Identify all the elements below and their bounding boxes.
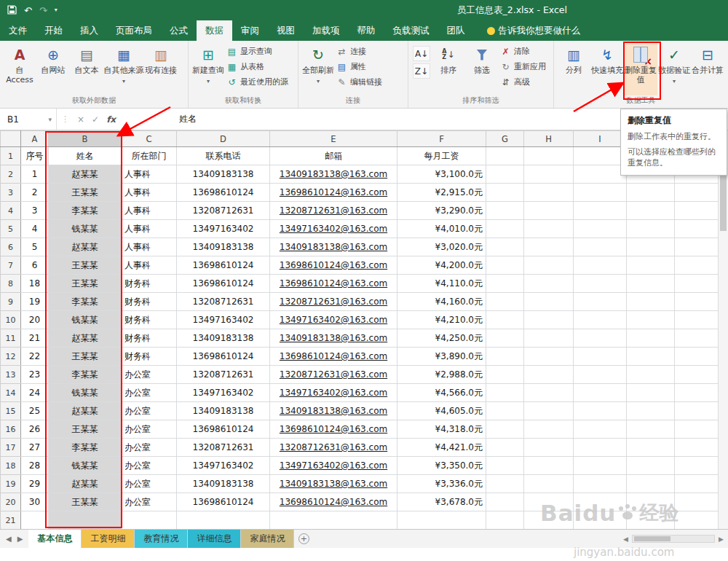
advanced-button[interactable]: ⇵高级 <box>500 76 546 88</box>
row-header-4[interactable]: 4 <box>1 202 21 220</box>
cell-G14[interactable] <box>486 384 524 402</box>
cell-D1[interactable]: 联系电话 <box>177 147 270 165</box>
enter-icon[interactable]: ✓ <box>88 114 103 125</box>
sheet-tab-detail-info[interactable]: 详细信息 <box>188 530 241 548</box>
cell-J11[interactable] <box>627 329 675 348</box>
cell-B19[interactable]: 赵某某 <box>49 475 122 493</box>
new-query-button[interactable]: ⊞新建查询 ▾ <box>191 43 225 95</box>
from-other-sources-button[interactable]: ▦自其他来源 ▾ <box>103 43 144 95</box>
cell-D17[interactable]: 13208712631 <box>177 439 270 457</box>
cell-D7[interactable]: 13698610124 <box>177 256 270 275</box>
cell-F13[interactable]: ¥2,988.0元 <box>397 366 486 384</box>
cell-D14[interactable]: 13497163402 <box>177 384 270 402</box>
cell-E7[interactable]: 13698610124@163.com <box>270 256 397 275</box>
column-header-B[interactable]: B <box>49 131 122 147</box>
row-header-10[interactable]: 10 <box>1 311 21 329</box>
cell-K7[interactable] <box>675 256 719 275</box>
cell-I12[interactable] <box>574 348 627 366</box>
sheet-tab-salary-detail[interactable]: 工资明细 <box>82 530 135 548</box>
cell-H16[interactable] <box>524 420 574 439</box>
cell-J16[interactable] <box>627 420 675 439</box>
from-table-button[interactable]: ▦从表格 <box>226 60 288 73</box>
cell-F7[interactable]: ¥4,200.0元 <box>397 256 486 275</box>
cell-B3[interactable]: 王某某 <box>49 184 122 202</box>
horizontal-scrollbar-thumb[interactable] <box>634 536 670 541</box>
cell-B5[interactable]: 钱某某 <box>49 220 122 238</box>
cell-B17[interactable]: 李某某 <box>49 439 122 457</box>
cell-C20[interactable]: 办公室 <box>122 493 177 511</box>
cell-G15[interactable] <box>486 402 524 420</box>
from-access-button[interactable]: A自 Access <box>3 43 36 95</box>
cell-C5[interactable]: 人事科 <box>122 220 177 238</box>
cell-E20[interactable]: 13698610124@163.com <box>270 493 397 511</box>
cell-B2[interactable]: 赵某某 <box>49 165 122 184</box>
row-header-20[interactable]: 20 <box>1 493 21 511</box>
sheet-nav-next-icon[interactable]: ▶ <box>17 535 23 543</box>
data-validation-button[interactable]: ✓数据验证 ▾ <box>657 43 691 95</box>
cell-E2[interactable]: 13409183138@163.com <box>270 165 397 184</box>
cell-E18[interactable]: 13497163402@163.com <box>270 457 397 475</box>
cell-I11[interactable] <box>574 329 627 348</box>
connections-btn-button[interactable]: ⇄连接 <box>336 45 382 58</box>
cell-G2[interactable] <box>486 165 524 184</box>
ribbon-tab-tell-me[interactable]: 告诉我你想要做什么 <box>478 20 590 41</box>
cell-D4[interactable]: 13208712631 <box>177 202 270 220</box>
ribbon-tab-home[interactable]: 开始 <box>36 20 71 41</box>
cell-J12[interactable] <box>627 348 675 366</box>
cell-B9[interactable]: 李某某 <box>49 293 122 311</box>
customize-toolbar-icon[interactable]: ▾ <box>55 7 58 13</box>
cell-G4[interactable] <box>486 202 524 220</box>
cell-D15[interactable]: 13409183138 <box>177 402 270 420</box>
cell-A14[interactable]: 24 <box>21 384 49 402</box>
cell-H5[interactable] <box>524 220 574 238</box>
cell-J17[interactable] <box>627 439 675 457</box>
cell-A2[interactable]: 1 <box>21 165 49 184</box>
cell-H13[interactable] <box>524 366 574 384</box>
row-header-9[interactable]: 9 <box>1 293 21 311</box>
cell-E3[interactable]: 13698610124@163.com <box>270 184 397 202</box>
cell-G19[interactable] <box>486 475 524 493</box>
cell-C18[interactable]: 办公室 <box>122 457 177 475</box>
cell-J5[interactable] <box>627 220 675 238</box>
cell-E11[interactable]: 13409183138@163.com <box>270 329 397 348</box>
cell-K20[interactable] <box>675 493 719 511</box>
row-header-11[interactable]: 11 <box>1 329 21 348</box>
cell-F18[interactable]: ¥3,350.0元 <box>397 457 486 475</box>
cell-I5[interactable] <box>574 220 627 238</box>
cell-I10[interactable] <box>574 311 627 329</box>
column-header-F[interactable]: F <box>397 131 486 147</box>
cell-K5[interactable] <box>675 220 719 238</box>
cell-G16[interactable] <box>486 420 524 439</box>
cell-J8[interactable] <box>627 275 675 293</box>
cell-K9[interactable] <box>675 293 719 311</box>
consolidate-button[interactable]: ⊟合并计算 <box>691 43 724 95</box>
column-header-H[interactable]: H <box>524 131 574 147</box>
cell-B20[interactable]: 王某某 <box>49 493 122 511</box>
cell-J9[interactable] <box>627 293 675 311</box>
cell-D10[interactable]: 13497163402 <box>177 311 270 329</box>
cell-F17[interactable]: ¥4,421.0元 <box>397 439 486 457</box>
cell-E12[interactable]: 13698610124@163.com <box>270 348 397 366</box>
column-header-E[interactable]: E <box>270 131 397 147</box>
scroll-left-icon[interactable]: ◀ <box>623 536 628 543</box>
cell-F19[interactable]: ¥3,336.0元 <box>397 475 486 493</box>
cell-D12[interactable]: 13698610124 <box>177 348 270 366</box>
cell-A15[interactable]: 25 <box>21 402 49 420</box>
cell-F11[interactable]: ¥4,250.0元 <box>397 329 486 348</box>
cell-K17[interactable] <box>675 439 719 457</box>
cell-B6[interactable]: 赵某某 <box>49 238 122 256</box>
cell-G21[interactable] <box>486 511 524 530</box>
cell-C9[interactable]: 财务科 <box>122 293 177 311</box>
cell-G8[interactable] <box>486 275 524 293</box>
cell-J19[interactable] <box>627 475 675 493</box>
cell-H1[interactable] <box>524 147 574 165</box>
cell-D2[interactable]: 13409183138 <box>177 165 270 184</box>
cell-D20[interactable]: 13698610124 <box>177 493 270 511</box>
cell-B8[interactable]: 王某某 <box>49 275 122 293</box>
cell-F4[interactable]: ¥3,290.0元 <box>397 202 486 220</box>
edit-links-button[interactable]: ✎编辑链接 <box>336 76 382 88</box>
cell-F3[interactable]: ¥2,915.0元 <box>397 184 486 202</box>
cell-H11[interactable] <box>524 329 574 348</box>
show-queries-button[interactable]: ▤显示查询 <box>226 45 288 58</box>
cancel-icon[interactable]: × <box>74 114 88 125</box>
